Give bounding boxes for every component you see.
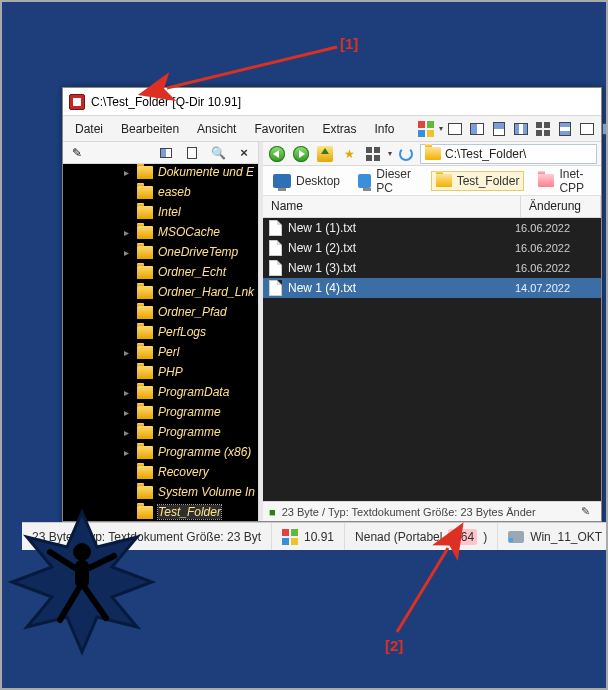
expander-icon[interactable]	[119, 305, 133, 319]
layout-8-icon[interactable]	[600, 120, 608, 138]
tree-item[interactable]: ▸Perl	[63, 342, 258, 362]
expander-icon[interactable]	[119, 185, 133, 199]
forward-icon[interactable]	[292, 145, 310, 163]
tree-item[interactable]: Ordner_Hard_Lnk	[63, 282, 258, 302]
menu-edit[interactable]: Bearbeiten	[113, 119, 187, 139]
expander-icon[interactable]: ▸	[119, 245, 133, 259]
layout-small-icon[interactable]	[157, 144, 175, 162]
expander-icon[interactable]: ▸	[119, 405, 133, 419]
tree-item[interactable]: Intel	[63, 202, 258, 222]
desktop-icon	[273, 174, 291, 188]
expander-icon[interactable]: ▸	[119, 165, 133, 179]
tree-item[interactable]: ▸Programme	[63, 422, 258, 442]
expander-icon[interactable]: ▸	[119, 445, 133, 459]
expander-icon[interactable]: ▸	[119, 225, 133, 239]
tree-item[interactable]: ▸Dokumente und E	[63, 164, 258, 182]
layout-3-icon[interactable]	[490, 120, 508, 138]
menu-info[interactable]: Info	[366, 119, 402, 139]
tree-item-label: System Volume In	[158, 485, 255, 499]
tree-item-label: Ordner_Echt	[158, 265, 226, 279]
wand-icon[interactable]: ✎	[68, 144, 86, 162]
viewmode-icon[interactable]	[364, 145, 382, 163]
close-pane-icon[interactable]: ×	[235, 144, 253, 162]
chevron-down-icon[interactable]: ▾	[439, 124, 443, 133]
expander-icon[interactable]	[119, 485, 133, 499]
right-pane: ★ ▾ C:\Test_Folder\ Desktop Dieser PC	[263, 142, 601, 521]
file-date: 14.07.2022	[515, 282, 595, 294]
tree-item[interactable]: ▸ProgramData	[63, 382, 258, 402]
menu-extras[interactable]: Extras	[314, 119, 364, 139]
quick-desktop[interactable]: Desktop	[269, 172, 344, 190]
tree-item[interactable]: ▸OneDriveTemp	[63, 242, 258, 262]
page-icon[interactable]	[183, 144, 201, 162]
file-row[interactable]: New 1 (3).txt16.06.2022	[263, 258, 601, 278]
tree-item[interactable]: System Volume In	[63, 482, 258, 502]
folder-icon	[137, 346, 153, 359]
layout-7-icon[interactable]	[578, 120, 596, 138]
back-icon[interactable]	[268, 145, 286, 163]
folder-tree[interactable]: ▸Dokumente und EeasebIntel▸MSOCache▸OneD…	[63, 164, 258, 521]
address-bar[interactable]: C:\Test_Folder\	[420, 144, 597, 164]
folder-icon	[137, 406, 153, 419]
tree-item[interactable]: PerfLogs	[63, 322, 258, 342]
quick-current-folder[interactable]: Test_Folder	[431, 171, 525, 191]
expander-icon[interactable]	[119, 365, 133, 379]
tree-item[interactable]: PHP	[63, 362, 258, 382]
tree-item[interactable]: ▸Programme	[63, 402, 258, 422]
search-icon[interactable]: 🔍	[209, 144, 227, 162]
quick-inet[interactable]: Inet-CPP	[534, 165, 595, 197]
wand-icon[interactable]: ✎	[576, 503, 594, 521]
column-header[interactable]: Name Änderung	[263, 196, 601, 218]
up-icon[interactable]	[316, 145, 334, 163]
layout-1-icon[interactable]	[446, 120, 464, 138]
file-name: New 1 (1).txt	[288, 221, 509, 235]
expander-icon[interactable]: ▸	[119, 425, 133, 439]
history-icon[interactable]: ★	[340, 145, 358, 163]
layout-2-icon[interactable]	[468, 120, 486, 138]
layout-4-icon[interactable]	[512, 120, 530, 138]
refresh-icon[interactable]	[397, 145, 415, 163]
expander-icon[interactable]	[119, 205, 133, 219]
folder-icon	[137, 286, 153, 299]
file-list[interactable]: New 1 (1).txt16.06.2022New 1 (2).txt16.0…	[263, 218, 601, 501]
tree-item[interactable]: ▸Programme (x86)	[63, 442, 258, 462]
file-row[interactable]: New 1 (4).txt14.07.2022	[263, 278, 601, 298]
expander-icon[interactable]	[119, 285, 133, 299]
file-row[interactable]: New 1 (2).txt16.06.2022	[263, 238, 601, 258]
menu-favorites[interactable]: Favoriten	[246, 119, 312, 139]
tree-item-label: OneDriveTemp	[158, 245, 238, 259]
quick-access-bar: Desktop Dieser PC Test_Folder Inet-CPP	[263, 166, 601, 196]
status-text: 23 Byte / Typ: Textdokument Größe: 23 By…	[282, 506, 536, 518]
menu-file[interactable]: Datei	[67, 119, 111, 139]
expander-icon[interactable]: ▸	[119, 385, 133, 399]
layout-5-icon[interactable]	[534, 120, 552, 138]
expander-icon[interactable]	[119, 325, 133, 339]
quick-thispc[interactable]: Dieser PC	[354, 165, 421, 197]
quick-desktop-label: Desktop	[296, 174, 340, 188]
tree-item[interactable]: Recovery	[63, 462, 258, 482]
tree-item[interactable]: ▸MSOCache	[63, 222, 258, 242]
layout-6-icon[interactable]	[556, 120, 574, 138]
windows-icon[interactable]	[417, 120, 435, 138]
col-name[interactable]: Name	[263, 196, 521, 217]
annotation-2: [2]	[385, 637, 403, 654]
taskbar-drive[interactable]: Win_11_OKT (C	[498, 523, 608, 550]
taskbar-user-c: )	[483, 530, 487, 544]
taskbar-user[interactable]: Nenad (Portabel/x64)	[345, 523, 498, 550]
quick-current-label: Test_Folder	[457, 174, 520, 188]
tree-item[interactable]: easeb	[63, 182, 258, 202]
expander-icon[interactable]: ▸	[119, 345, 133, 359]
col-date[interactable]: Änderung	[521, 196, 601, 217]
file-icon	[269, 280, 282, 296]
menu-view[interactable]: Ansicht	[189, 119, 244, 139]
decorative-starburst	[2, 502, 162, 662]
expander-icon[interactable]	[119, 265, 133, 279]
tree-item[interactable]: Ordner_Pfad	[63, 302, 258, 322]
tree-item[interactable]: Ordner_Echt	[63, 262, 258, 282]
chevron-down-icon[interactable]: ▾	[388, 149, 392, 158]
taskbar-version[interactable]: 10.91	[272, 523, 345, 550]
expander-icon[interactable]	[119, 465, 133, 479]
titlebar[interactable]: C:\Test_Folder [Q-Dir 10.91]	[63, 88, 601, 116]
file-row[interactable]: New 1 (1).txt16.06.2022	[263, 218, 601, 238]
quick-inet-label: Inet-CPP	[559, 167, 591, 195]
